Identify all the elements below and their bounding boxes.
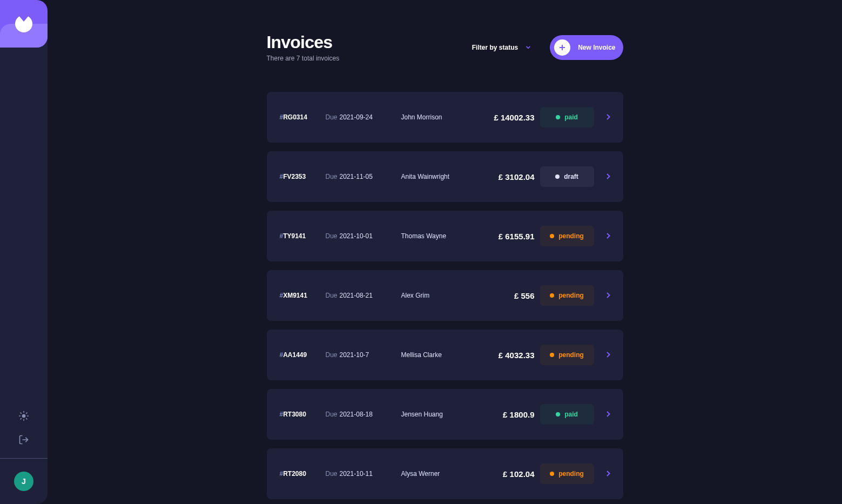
filter-button[interactable]: Filter by status xyxy=(472,44,531,51)
logo-icon xyxy=(15,15,32,32)
invoice-amount: £ 14002.33 xyxy=(473,113,535,122)
invoice-item[interactable]: #RT2080 Due2021-10-11 Alysa Werner £ 102… xyxy=(267,448,623,499)
filter-label: Filter by status xyxy=(472,44,518,51)
header-left: Invoices There are 7 total invoices xyxy=(267,32,472,62)
invoice-due-date: Due2021-10-11 xyxy=(326,470,396,478)
page-header: Invoices There are 7 total invoices Filt… xyxy=(267,32,623,62)
chevron-down-icon xyxy=(526,46,531,49)
chevron-right-icon xyxy=(599,112,610,122)
invoice-id: #AA1449 xyxy=(280,351,320,359)
status-dot-icon xyxy=(550,234,554,238)
invoice-due-date: Due2021-11-05 xyxy=(326,173,396,180)
content-wrapper: Invoices There are 7 total invoices Filt… xyxy=(267,32,623,499)
invoice-id: #XM9141 xyxy=(280,292,320,299)
invoice-id: #TY9141 xyxy=(280,232,320,240)
plus-icon xyxy=(554,39,570,56)
status-text: pending xyxy=(558,351,584,359)
status-text: paid xyxy=(564,113,578,121)
logout-icon xyxy=(18,434,29,445)
invoice-amount: £ 4032.33 xyxy=(473,351,535,360)
invoice-item[interactable]: #RT3080 Due2021-08-18 Jensen Huang £ 180… xyxy=(267,389,623,440)
status-text: pending xyxy=(558,232,584,240)
page-title: Invoices xyxy=(267,32,472,52)
status-badge: draft xyxy=(540,166,594,187)
header-right: Filter by status New Invoice xyxy=(472,35,623,60)
invoice-due-date: Due2021-08-18 xyxy=(326,411,396,418)
invoice-amount: £ 3102.04 xyxy=(473,172,535,182)
main-content: Invoices There are 7 total invoices Filt… xyxy=(48,0,842,504)
invoice-id: #RG0314 xyxy=(280,113,320,121)
status-text: paid xyxy=(564,411,578,418)
status-dot-icon xyxy=(550,293,554,298)
svg-point-0 xyxy=(22,414,26,418)
invoice-due-date: Due2021-10-01 xyxy=(326,232,396,240)
status-badge: paid xyxy=(540,404,594,425)
status-dot-icon xyxy=(555,174,560,179)
status-dot-icon xyxy=(556,115,560,119)
avatar-container: J xyxy=(0,459,48,504)
new-invoice-label: New Invoice xyxy=(578,44,615,51)
invoice-amount: £ 102.04 xyxy=(473,469,535,479)
invoice-id: #RT2080 xyxy=(280,470,320,478)
chevron-right-icon xyxy=(599,409,610,419)
invoice-client: Anita Wainwright xyxy=(401,173,467,180)
chevron-right-icon xyxy=(599,350,610,360)
new-invoice-button[interactable]: New Invoice xyxy=(550,35,623,60)
invoice-due-date: Due2021-08-21 xyxy=(326,292,396,299)
status-dot-icon xyxy=(550,353,554,357)
chevron-right-icon xyxy=(599,469,610,479)
status-text: pending xyxy=(558,292,584,299)
sidebar-controls xyxy=(0,398,48,458)
invoice-client: Mellisa Clarke xyxy=(401,351,467,359)
invoice-amount: £ 6155.91 xyxy=(473,232,535,241)
invoice-amount: £ 556 xyxy=(473,291,535,300)
theme-toggle-button[interactable] xyxy=(18,411,29,421)
chevron-right-icon xyxy=(599,291,610,300)
status-badge: pending xyxy=(540,345,594,365)
chevron-right-icon xyxy=(599,231,610,241)
avatar[interactable]: J xyxy=(14,472,33,491)
sidebar: J xyxy=(0,0,48,504)
invoice-client: Jensen Huang xyxy=(401,411,467,418)
invoice-client: Alysa Werner xyxy=(401,470,467,478)
sun-icon xyxy=(18,411,29,421)
invoice-client: John Morrison xyxy=(401,113,467,121)
invoice-client: Thomas Wayne xyxy=(401,232,467,240)
invoice-count-text: There are 7 total invoices xyxy=(267,55,472,62)
status-badge: pending xyxy=(540,285,594,306)
chevron-right-icon xyxy=(599,172,610,182)
logo-container[interactable] xyxy=(0,0,48,48)
invoice-item[interactable]: #RG0314 Due2021-09-24 John Morrison £ 14… xyxy=(267,92,623,143)
invoice-id: #RT3080 xyxy=(280,411,320,418)
invoice-item[interactable]: #AA1449 Due2021-10-7 Mellisa Clarke £ 40… xyxy=(267,330,623,380)
status-badge: paid xyxy=(540,107,594,127)
invoice-item[interactable]: #TY9141 Due2021-10-01 Thomas Wayne £ 615… xyxy=(267,211,623,261)
invoice-item[interactable]: #XM9141 Due2021-08-21 Alex Grim £ 556 pe… xyxy=(267,270,623,321)
invoice-item[interactable]: #FV2353 Due2021-11-05 Anita Wainwright £… xyxy=(267,151,623,202)
invoice-client: Alex Grim xyxy=(401,292,467,299)
invoice-due-date: Due2021-09-24 xyxy=(326,113,396,121)
logout-button[interactable] xyxy=(18,434,29,445)
invoice-due-date: Due2021-10-7 xyxy=(326,351,396,359)
invoice-amount: £ 1800.9 xyxy=(473,410,535,419)
status-dot-icon xyxy=(556,412,560,416)
invoice-list: #RG0314 Due2021-09-24 John Morrison £ 14… xyxy=(267,92,623,499)
status-text: pending xyxy=(558,470,584,478)
status-badge: pending xyxy=(540,226,594,246)
status-dot-icon xyxy=(550,472,554,476)
invoice-id: #FV2353 xyxy=(280,173,320,180)
status-text: draft xyxy=(564,173,578,180)
status-badge: pending xyxy=(540,463,594,484)
